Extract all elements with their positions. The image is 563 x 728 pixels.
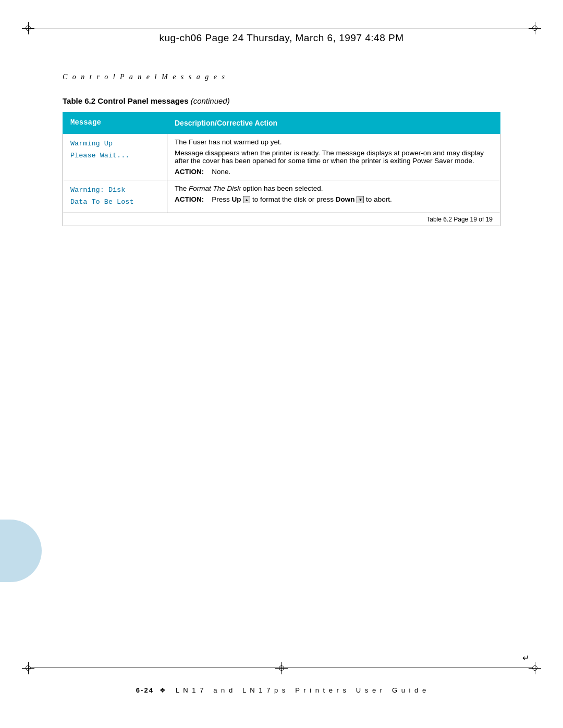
- table-row: Warning: DiskData To Be Lost The Format …: [63, 180, 500, 213]
- header-text: kug-ch06 Page 24 Thursday, March 6, 1997…: [159, 32, 403, 43]
- desc-line-1: The Fuser has not warmed up yet.: [175, 138, 493, 146]
- page-container: kug-ch06 Page 24 Thursday, March 6, 1997…: [0, 0, 563, 728]
- desc-action-2: ACTION: Press Up ▲ to format the disk or…: [175, 195, 493, 203]
- crosshair-br: [529, 662, 541, 674]
- header-line: [31, 29, 532, 29]
- message-cell-2: Warning: DiskData To Be Lost: [63, 180, 167, 213]
- col-header-message: Message: [63, 113, 167, 134]
- table-page-note-row: Table 6.2 Page 19 of 19: [63, 213, 500, 226]
- description-cell-1: The Fuser has not warmed up yet. Message…: [167, 133, 500, 180]
- main-table: Message Description/Corrective Action Wa…: [63, 112, 500, 226]
- up-arrow-icon: ▲: [243, 196, 250, 203]
- col-header-description: Description/Corrective Action: [167, 113, 500, 134]
- corner-arrow-icon: ↵: [522, 653, 529, 663]
- desc-line-3: The Format The Disk option has been sele…: [175, 184, 493, 192]
- page-footer: 6-24 ❖ L N 1 7 a n d L N 1 7 p s P r i n…: [0, 686, 563, 694]
- down-arrow-icon: ▼: [357, 196, 364, 203]
- crosshair-bc: [275, 662, 288, 674]
- table-title: Table 6.2 Control Panel messages (contin…: [63, 96, 230, 105]
- desc-line-2: Message disappears when the printer is r…: [175, 149, 493, 165]
- table-row: Warming UpPlease Wait... The Fuser has n…: [63, 133, 500, 180]
- desc-action-1: ACTION: None.: [175, 168, 493, 176]
- table-page-note: Table 6.2 Page 19 of 19: [426, 216, 493, 223]
- decorative-blue-blob: [0, 520, 42, 582]
- page-header: kug-ch06 Page 24 Thursday, March 6, 1997…: [0, 32, 563, 44]
- message-cell-1: Warming UpPlease Wait...: [63, 133, 167, 180]
- crosshair-bl: [22, 662, 34, 674]
- subtitle: C o n t r o l P a n e l M e s s a g e s: [63, 73, 226, 81]
- description-cell-2: The Format The Disk option has been sele…: [167, 180, 500, 213]
